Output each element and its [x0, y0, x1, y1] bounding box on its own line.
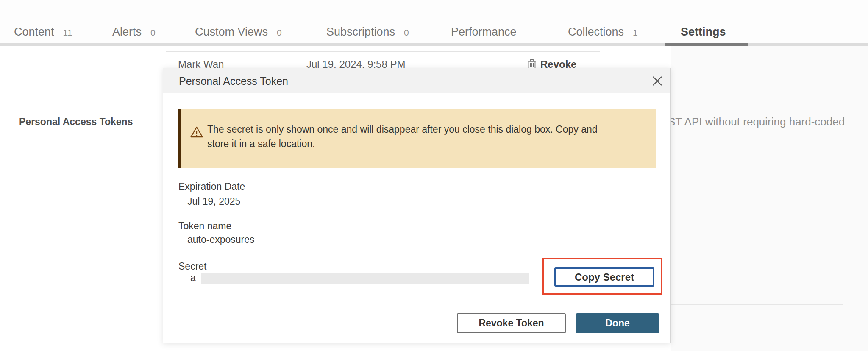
secret-warning-banner: The secret is only shown once and will d…: [178, 109, 656, 168]
expiration-date-value: Jul 19, 2025: [187, 196, 240, 207]
tab-label: Subscriptions: [326, 25, 395, 39]
secret-label: Secret: [178, 261, 206, 272]
token-table-top-border: [166, 51, 600, 52]
tab-alerts[interactable]: Alerts 0: [112, 25, 156, 39]
revoke-token-button[interactable]: Revoke Token: [457, 313, 566, 333]
tab-settings[interactable]: Settings: [681, 25, 726, 39]
dialog-title: Personal Access Token: [179, 75, 288, 87]
close-icon[interactable]: [648, 72, 666, 90]
background-divider-bottom: [671, 304, 843, 305]
tab-collections[interactable]: Collections 1: [568, 25, 638, 39]
section-description-fragment: ST API without requiring hard-coded: [668, 115, 845, 128]
tab-count: 0: [277, 28, 282, 38]
warning-message: The secret is only shown once and will d…: [207, 122, 652, 151]
tab-custom-views[interactable]: Custom Views 0: [195, 25, 282, 39]
token-name-label: Token name: [178, 220, 231, 232]
personal-access-token-dialog: Personal Access Token The secret is only…: [163, 68, 671, 343]
copy-secret-button[interactable]: Copy Secret: [554, 267, 654, 287]
warning-message-line2: store it in a safe location.: [207, 136, 652, 151]
tab-performance[interactable]: Performance: [451, 25, 517, 39]
section-label-personal-access-tokens: Personal Access Tokens: [19, 116, 133, 128]
secret-visible-char: a: [190, 272, 198, 284]
tab-count: 1: [633, 28, 638, 38]
tab-label: Settings: [681, 25, 726, 39]
token-name-value: auto-exposures: [187, 234, 255, 245]
tab-bar: Content 11 Alerts 0 Custom Views 0 Subsc…: [0, 0, 868, 46]
tab-settings-active-underline: [665, 43, 748, 46]
tab-count: 0: [150, 28, 156, 38]
tab-count: 11: [63, 28, 72, 38]
done-button[interactable]: Done: [576, 313, 659, 333]
dialog-header: Personal Access Token: [163, 68, 670, 93]
tab-label: Content: [14, 25, 54, 39]
secret-masked-bar: [201, 273, 529, 284]
tab-label: Alerts: [112, 25, 142, 39]
background-divider-top: [671, 100, 843, 100]
tab-label: Performance: [451, 25, 517, 39]
tab-content[interactable]: Content 11: [14, 25, 72, 39]
warning-triangle-icon: [190, 126, 203, 138]
tab-subscriptions[interactable]: Subscriptions 0: [326, 25, 409, 39]
background-right-panel: [671, 46, 868, 351]
expiration-date-label: Expiration Date: [178, 181, 245, 192]
warning-message-line1: The secret is only shown once and will d…: [207, 122, 652, 136]
tab-count: 0: [404, 28, 409, 38]
tab-label: Custom Views: [195, 25, 268, 39]
secret-value-row: a: [190, 272, 529, 284]
tab-label: Collections: [568, 25, 624, 39]
